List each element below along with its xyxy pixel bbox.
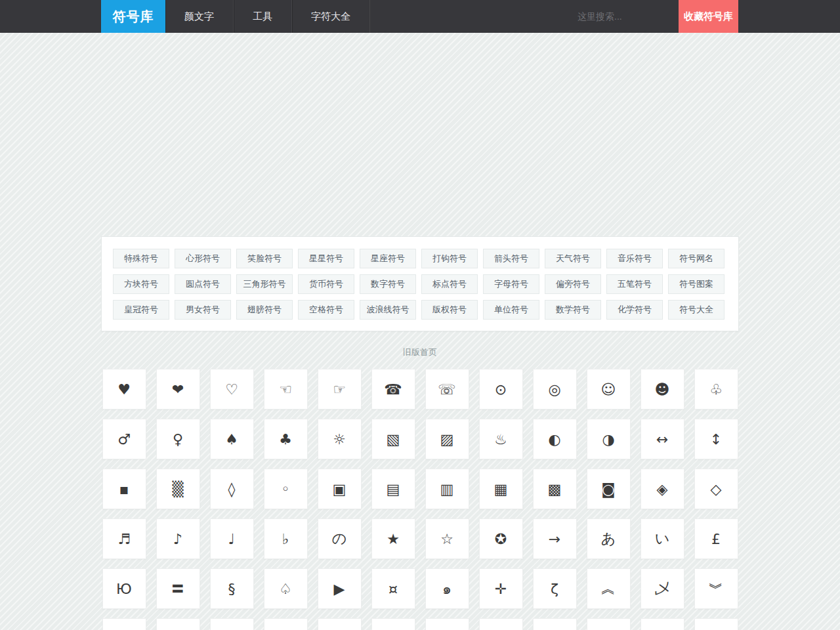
- category-button[interactable]: 数字符号: [360, 274, 416, 294]
- symbol-cell[interactable]: ︽: [587, 568, 631, 609]
- category-button[interactable]: 符号大全: [668, 300, 724, 320]
- symbol-cell[interactable]: ▥: [425, 469, 469, 509]
- symbol-cell[interactable]: §: [210, 568, 254, 609]
- symbol-cell[interactable]: ↕: [694, 419, 738, 459]
- symbol-cell[interactable]: [587, 618, 631, 630]
- symbol-cell[interactable]: ☻: [640, 369, 684, 410]
- symbol-cell[interactable]: ☜: [264, 369, 308, 410]
- category-button[interactable]: 打钩符号: [421, 249, 478, 268]
- symbol-cell[interactable]: ๑: [425, 568, 469, 609]
- symbol-cell[interactable]: ♧: [694, 369, 738, 410]
- symbol-cell[interactable]: ▤: [371, 469, 415, 509]
- category-button[interactable]: 方块符号: [113, 274, 169, 294]
- category-button[interactable]: 男女符号: [175, 300, 231, 320]
- symbol-cell[interactable]: ︾: [694, 568, 738, 609]
- symbol-cell[interactable]: ◦: [264, 469, 308, 509]
- category-button[interactable]: 字母符号: [483, 274, 539, 294]
- symbol-cell[interactable]: ▪: [102, 469, 146, 509]
- symbol-cell[interactable]: ζ: [533, 568, 577, 609]
- symbol-cell[interactable]: ↔: [640, 419, 684, 459]
- symbol-cell[interactable]: ▦: [479, 469, 523, 509]
- symbol-cell[interactable]: [371, 618, 415, 630]
- nav-item-zifudaquan[interactable]: 字符大全: [292, 0, 370, 33]
- category-button[interactable]: 波浪线符号: [360, 300, 416, 320]
- symbol-cell[interactable]: ♠: [210, 419, 254, 459]
- symbol-cell[interactable]: ☆: [425, 518, 469, 559]
- symbol-cell[interactable]: [425, 618, 469, 630]
- category-button[interactable]: 皇冠符号: [113, 300, 169, 320]
- symbol-cell[interactable]: ☼: [318, 419, 362, 459]
- symbol-cell[interactable]: ☞: [318, 369, 362, 410]
- category-button[interactable]: 圆点符号: [175, 274, 231, 294]
- category-button[interactable]: 星星符号: [298, 249, 354, 268]
- symbol-cell[interactable]: ☏: [425, 369, 469, 410]
- symbol-cell[interactable]: ♥: [102, 369, 146, 410]
- symbol-cell[interactable]: ✪: [479, 518, 523, 559]
- symbol-cell[interactable]: ▒: [156, 469, 200, 509]
- symbol-cell[interactable]: ☺: [587, 369, 631, 410]
- category-button[interactable]: 货币符号: [298, 274, 354, 294]
- category-button[interactable]: 星座符号: [360, 249, 416, 268]
- symbol-cell[interactable]: [640, 618, 684, 630]
- symbol-cell[interactable]: ♪: [156, 518, 200, 559]
- symbol-cell[interactable]: ♩: [210, 518, 254, 559]
- category-button[interactable]: 符号图案: [668, 274, 724, 294]
- symbol-cell[interactable]: ♀: [156, 419, 200, 459]
- symbol-cell[interactable]: あ: [587, 518, 631, 559]
- symbol-cell[interactable]: [479, 618, 523, 630]
- old-home-link[interactable]: 旧版首页: [403, 347, 437, 357]
- symbol-cell[interactable]: £: [694, 518, 738, 559]
- symbol-cell[interactable]: ✛: [479, 568, 523, 609]
- symbol-cell[interactable]: ◊: [210, 469, 254, 509]
- symbol-cell[interactable]: →: [533, 518, 577, 559]
- symbol-cell[interactable]: ◐: [533, 419, 577, 459]
- symbol-cell[interactable]: ⊙: [479, 369, 523, 410]
- symbol-cell[interactable]: ★: [371, 518, 415, 559]
- category-button[interactable]: 偏旁符号: [545, 274, 601, 294]
- category-button[interactable]: 箭头符号: [483, 249, 539, 268]
- category-button[interactable]: 版权符号: [421, 300, 478, 320]
- symbol-cell[interactable]: ◇: [694, 469, 738, 509]
- symbol-cell[interactable]: ▧: [371, 419, 415, 459]
- symbol-cell[interactable]: ❤: [156, 369, 200, 410]
- nav-item-gongju[interactable]: 工具: [234, 0, 292, 33]
- category-button[interactable]: 音乐符号: [606, 249, 663, 268]
- search-input[interactable]: [578, 11, 696, 22]
- symbol-cell[interactable]: ◑: [587, 419, 631, 459]
- nav-item-yanwenzi[interactable]: 颜文字: [165, 0, 234, 33]
- category-button[interactable]: 单位符号: [483, 300, 539, 320]
- symbol-cell[interactable]: ♂: [102, 419, 146, 459]
- symbol-cell[interactable]: ▨: [425, 419, 469, 459]
- favorite-button[interactable]: 收藏符号库: [679, 0, 738, 33]
- symbol-cell[interactable]: い: [640, 518, 684, 559]
- symbol-cell[interactable]: ▣: [318, 469, 362, 509]
- symbol-cell[interactable]: ♨: [479, 419, 523, 459]
- category-button[interactable]: 标点符号: [421, 274, 478, 294]
- category-button[interactable]: 笑脸符号: [236, 249, 293, 268]
- category-button[interactable]: 数学符号: [545, 300, 601, 320]
- symbol-cell[interactable]: Ю: [102, 568, 146, 609]
- symbol-cell[interactable]: ♬: [102, 518, 146, 559]
- symbol-cell[interactable]: ♭: [264, 518, 308, 559]
- category-button[interactable]: 空格符号: [298, 300, 354, 320]
- category-button[interactable]: 特殊符号: [113, 249, 169, 268]
- symbol-cell[interactable]: ◎: [533, 369, 577, 410]
- symbol-cell[interactable]: ▶: [318, 568, 362, 609]
- category-button[interactable]: 五笔符号: [606, 274, 663, 294]
- symbol-cell[interactable]: [533, 618, 577, 630]
- symbol-cell[interactable]: ◈: [640, 469, 684, 509]
- category-button[interactable]: 三角形符号: [236, 274, 293, 294]
- symbol-cell[interactable]: [156, 618, 200, 630]
- symbol-cell[interactable]: ▩: [533, 469, 577, 509]
- symbol-cell[interactable]: [318, 618, 362, 630]
- symbol-cell[interactable]: [264, 618, 308, 630]
- symbol-cell[interactable]: ¤: [371, 568, 415, 609]
- symbol-cell[interactable]: ♣: [264, 419, 308, 459]
- category-button[interactable]: 天气符号: [545, 249, 601, 268]
- symbol-cell[interactable]: 〓: [156, 568, 200, 609]
- symbol-cell[interactable]: ◙: [587, 469, 631, 509]
- symbol-cell[interactable]: 乄: [640, 568, 684, 609]
- category-button[interactable]: 化学符号: [606, 300, 663, 320]
- symbol-cell[interactable]: [210, 618, 254, 630]
- symbol-cell[interactable]: の: [318, 518, 362, 559]
